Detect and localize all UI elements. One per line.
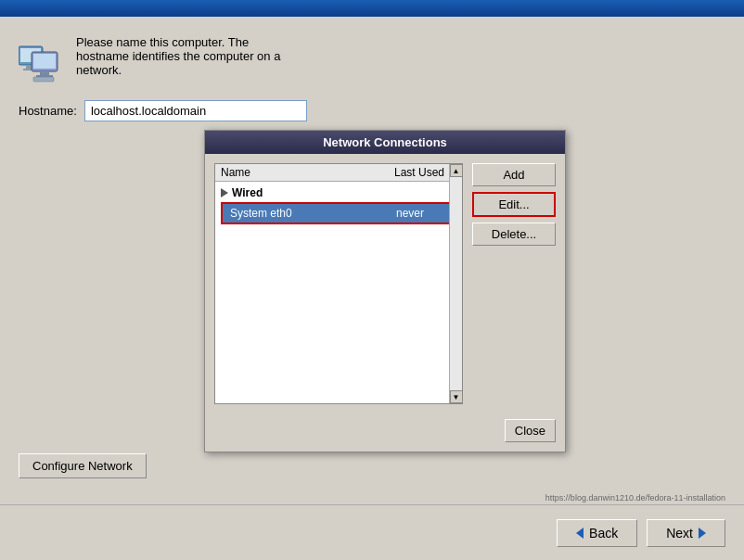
svg-rect-6 bbox=[40, 72, 49, 75]
hostname-label: Hostname: bbox=[19, 104, 77, 118]
watermark: https://blog.danwin1210.de/fedora-11-ins… bbox=[545, 493, 725, 503]
header-section: Please name this computer. The hostname … bbox=[19, 35, 725, 83]
network-connections-dialog: Network Connections Name Last Used Wired… bbox=[204, 130, 566, 452]
connection-name: System eth0 bbox=[230, 207, 373, 220]
collapse-triangle-icon bbox=[221, 188, 228, 197]
computer-icon bbox=[19, 39, 63, 83]
description-line2: hostname identifies the computer on a bbox=[76, 49, 280, 63]
back-arrow-icon bbox=[576, 528, 584, 539]
next-button[interactable]: Next bbox=[647, 519, 725, 547]
back-button[interactable]: Back bbox=[557, 519, 637, 547]
scrollbar-track bbox=[450, 177, 462, 390]
col-last-used-header: Last Used bbox=[382, 166, 456, 179]
dialog-body: Name Last Used Wired System eth0 never ▲… bbox=[205, 154, 565, 414]
col-name-header: Name bbox=[221, 166, 382, 179]
edit-connection-button[interactable]: Edit... bbox=[472, 192, 556, 217]
svg-rect-8 bbox=[33, 77, 54, 82]
svg-rect-5 bbox=[33, 54, 56, 69]
connection-row[interactable]: System eth0 never bbox=[221, 202, 456, 224]
dialog-action-buttons: Add Edit... Delete... bbox=[472, 163, 556, 404]
connection-last-used: never bbox=[373, 207, 447, 220]
top-bar bbox=[0, 0, 744, 17]
dialog-footer: Close bbox=[205, 414, 565, 452]
next-arrow-icon bbox=[699, 528, 706, 539]
add-connection-button[interactable]: Add bbox=[472, 163, 556, 186]
hostname-row: Hostname: bbox=[19, 100, 725, 121]
connections-header: Name Last Used bbox=[215, 164, 462, 182]
description-line1: Please name this computer. The bbox=[76, 35, 249, 49]
delete-connection-button[interactable]: Delete... bbox=[472, 223, 556, 246]
header-text: Please name this computer. The hostname … bbox=[76, 35, 280, 77]
hostname-input[interactable] bbox=[84, 100, 307, 121]
scrollbar: ▲ ▼ bbox=[449, 164, 462, 403]
wired-group: Wired System eth0 never bbox=[215, 182, 462, 226]
wired-group-label: Wired bbox=[221, 184, 456, 202]
svg-rect-7 bbox=[36, 75, 53, 77]
close-dialog-button[interactable]: Close bbox=[505, 419, 556, 442]
next-label: Next bbox=[666, 526, 693, 541]
back-label: Back bbox=[589, 526, 618, 541]
dialog-titlebar: Network Connections bbox=[205, 131, 565, 154]
configure-network-button[interactable]: Configure Network bbox=[19, 453, 147, 478]
scrollbar-up-button[interactable]: ▲ bbox=[450, 164, 463, 177]
scrollbar-down-button[interactable]: ▼ bbox=[450, 390, 463, 403]
connections-list: Name Last Used Wired System eth0 never ▲… bbox=[214, 163, 463, 404]
description-line3: network. bbox=[76, 63, 122, 77]
wired-label-text: Wired bbox=[232, 186, 263, 199]
bottom-navigation-bar: Back Next bbox=[0, 504, 744, 560]
